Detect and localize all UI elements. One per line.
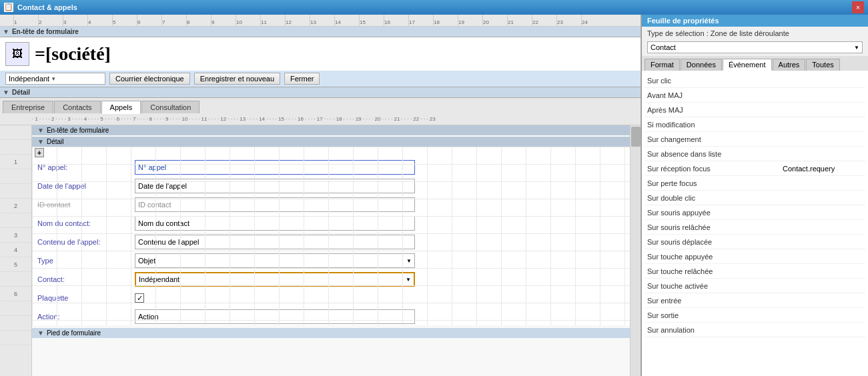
ruler-mark-17: 17 — [408, 15, 433, 27]
tab-evenement[interactable]: Événement — [723, 59, 772, 71]
value-nom-contact[interactable]: Nom du contact — [135, 216, 415, 231]
row-num-blank4 — [0, 184, 31, 199]
value-type[interactable]: Objet ▼ — [135, 253, 415, 268]
tab-contacts[interactable]: Contacts — [54, 101, 100, 113]
num-appel-text: N° appel — [138, 163, 166, 171]
row-num-2: 2 — [0, 199, 31, 213]
independant-dropdown[interactable]: Indépendant ▼ — [5, 73, 105, 85]
collapse-footer-icon[interactable]: ▼ — [37, 329, 44, 337]
event-row-10[interactable]: Sur souris relâchée — [644, 220, 865, 235]
event-row-8[interactable]: Sur double clic — [644, 191, 865, 205]
event-row-11[interactable]: Sur souris déplacée — [644, 235, 865, 249]
event-row-14[interactable]: Sur touche activée — [644, 279, 865, 293]
event-row-3[interactable]: Si modification — [644, 117, 865, 132]
logo-icon: 🖼 — [12, 48, 23, 60]
value-contenu[interactable]: Contenu de l'appel — [135, 235, 415, 249]
tab-donnees[interactable]: Données — [681, 59, 722, 71]
value-num-appel[interactable]: N° appel — [135, 160, 415, 175]
inner-ruler: · 1 · · · · 2 · · · · 3 · · · · 4 · · · … — [0, 113, 640, 125]
event-label-2: Après MAJ — [647, 106, 783, 114]
tab-appels[interactable]: Appels — [101, 101, 141, 114]
value-date-appel[interactable]: Date de l'appel — [135, 179, 415, 193]
tab-donnees-label: Données — [687, 61, 716, 69]
event-row-13[interactable]: Sur touche relâchée — [644, 264, 865, 279]
toolbar-row: Indépendant ▼ Courrier électronique Enre… — [0, 71, 640, 87]
label-date-appel: Date de l'appel — [35, 181, 135, 191]
header-content: 🖼 =[société] — [0, 37, 640, 71]
field-row-type: Type Objet ▼ — [32, 252, 630, 269]
event-row-4[interactable]: Sur changement — [644, 132, 865, 147]
checkbox-check-icon: ✓ — [137, 294, 143, 303]
event-row-2[interactable]: Après MAJ — [644, 103, 865, 117]
inner-header-bar: ▼ En-tête de formulaire — [32, 125, 630, 135]
field-row-id-contact: ID contact ID contact — [32, 196, 630, 213]
tab-entreprise[interactable]: Entreprise — [3, 101, 53, 113]
value-id-contact[interactable]: ID contact — [135, 197, 415, 212]
event-label-4: Sur changement — [647, 135, 783, 143]
main-content: 1 2 3 4 5 6 7 8 9 10 11 12 13 14 — [0, 15, 868, 376]
event-row-6[interactable]: Sur réception focusContact.requery — [644, 161, 865, 176]
label-nom-contact: Nom du contact: — [35, 218, 135, 229]
tab-autres[interactable]: Autres — [773, 59, 806, 71]
tab-appels-label: Appels — [110, 103, 133, 111]
event-row-16[interactable]: Sur sortie — [644, 308, 865, 323]
fields-area: + N° appel: N° appel Dat — [32, 147, 630, 325]
event-row-15[interactable]: Sur entrée — [644, 293, 865, 308]
tab-toutes[interactable]: Toutes — [806, 59, 839, 71]
vertical-scrollbar[interactable] — [630, 125, 640, 376]
collapse-inner-detail-icon[interactable]: ▼ — [37, 138, 44, 145]
detail-label-text: Détail — [12, 89, 30, 96]
inner-header-label: En-tête de formulaire — [47, 127, 109, 134]
close-button[interactable]: × — [852, 1, 864, 13]
event-row-9[interactable]: Sur souris appuyée — [644, 205, 865, 220]
value-contact[interactable]: Indépendant ▼ — [135, 272, 415, 287]
event-row-12[interactable]: Sur touche appuyée — [644, 249, 865, 264]
event-row-7[interactable]: Sur perte focus — [644, 176, 865, 191]
scroll-thumb[interactable] — [631, 127, 640, 147]
collapse-detail-icon[interactable]: ▼ — [3, 89, 9, 96]
event-row-17[interactable]: Sur annulation — [644, 323, 865, 337]
add-record-button[interactable]: + — [35, 148, 44, 157]
label-contact: Contact: — [35, 274, 135, 285]
row-num-3: 3 — [0, 228, 31, 243]
label-id-contact: ID contact — [35, 199, 135, 210]
company-title: =[société] — [35, 43, 111, 65]
row-num-4: 4 — [0, 243, 31, 257]
contact-dropdown[interactable]: Contact ▼ — [647, 41, 863, 53]
tab-consultation[interactable]: Consultation — [141, 101, 199, 113]
field-row-num-appel: N° appel: N° appel — [32, 159, 630, 176]
event-row-0[interactable]: Sur clic — [644, 73, 865, 88]
collapse-inner-header-icon[interactable]: ▼ — [37, 127, 44, 134]
row-num-blank — [0, 125, 31, 140]
event-row-5[interactable]: Sur absence dans liste — [644, 147, 865, 161]
ruler-mark-4: 4 — [87, 15, 112, 27]
collapse-header-icon[interactable]: ▼ — [3, 28, 9, 35]
value-action[interactable]: Action — [135, 309, 415, 324]
checkbox-plaquette[interactable]: ✓ — [135, 293, 144, 303]
tab-contacts-label: Contacts — [63, 103, 91, 111]
event-label-17: Sur annulation — [647, 326, 783, 334]
label-type: Type — [35, 255, 135, 266]
label-num-appel: N° appel: — [35, 162, 135, 173]
detail-label: ▼ Détail — [3, 89, 638, 96]
contenu-text: Contenu de l'appel — [138, 238, 199, 246]
close-form-button[interactable]: Fermer — [284, 73, 320, 85]
mail-button[interactable]: Courrier électronique — [109, 73, 190, 85]
title-bar: 📋 Contact & appels × — [0, 0, 868, 15]
label-action: Action: — [35, 311, 135, 322]
tab-format[interactable]: Format — [644, 59, 680, 71]
ruler-mark-21: 21 — [507, 15, 532, 27]
ruler-mark-13: 13 — [310, 15, 334, 27]
save-new-button[interactable]: Enregistrer et nouveau — [194, 73, 280, 85]
event-label-6: Sur réception focus — [647, 165, 783, 173]
properties-title: Feuille de propriétés — [642, 15, 868, 27]
event-label-14: Sur touche activée — [647, 282, 783, 290]
event-label-12: Sur touche appuyée — [647, 253, 783, 261]
event-row-1[interactable]: Avant MAJ — [644, 88, 865, 103]
row-num-6: 6 — [0, 287, 31, 301]
field-row-action: Action: Action — [32, 308, 630, 325]
footer-label: Pied de formulaire — [47, 329, 101, 337]
top-ruler: 1 2 3 4 5 6 7 8 9 10 11 12 13 14 — [0, 15, 640, 27]
properties-selection: Type de sélection : Zone de liste déroul… — [642, 27, 868, 40]
tab-evenement-label: Événement — [729, 61, 766, 69]
